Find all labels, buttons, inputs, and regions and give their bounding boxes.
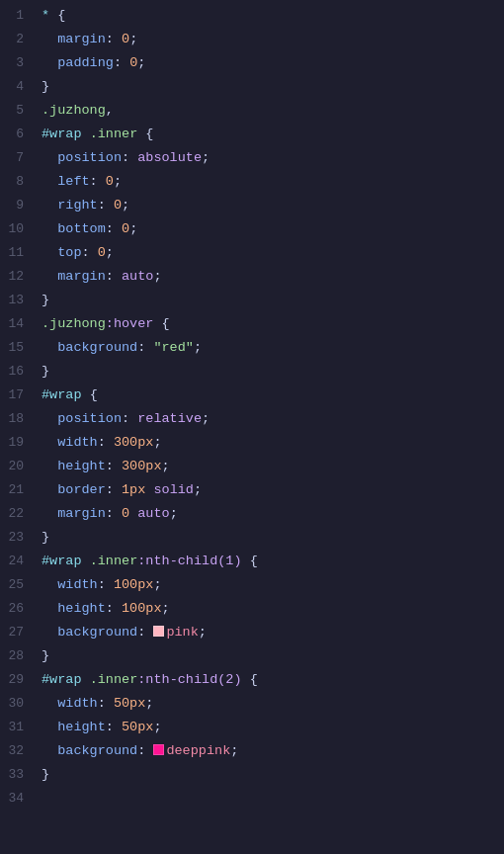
line-content: .juzhong, bbox=[38, 99, 504, 123]
line-number: 3 bbox=[0, 51, 38, 75]
code-line: 1* { bbox=[0, 4, 504, 28]
line-content: * { bbox=[38, 4, 504, 28]
code-line: 13} bbox=[0, 289, 504, 312]
line-number: 26 bbox=[0, 597, 38, 621]
code-line: 19 width: 300px; bbox=[0, 431, 504, 455]
code-line: 18 position: relative; bbox=[0, 407, 504, 431]
code-line: 7 position: absolute; bbox=[0, 146, 504, 170]
code-line: 8 left: 0; bbox=[0, 170, 504, 194]
line-number: 7 bbox=[0, 146, 38, 170]
line-number: 34 bbox=[0, 787, 38, 811]
code-line: 6#wrap .inner { bbox=[0, 123, 504, 146]
line-content: } bbox=[38, 289, 504, 312]
line-number: 11 bbox=[0, 241, 38, 265]
line-content: margin: 0 auto; bbox=[38, 502, 504, 526]
code-line: 4} bbox=[0, 75, 504, 99]
line-number: 27 bbox=[0, 621, 38, 644]
line-number: 16 bbox=[0, 360, 38, 384]
line-number: 1 bbox=[0, 4, 38, 28]
line-number: 22 bbox=[0, 502, 38, 526]
line-content: left: 0; bbox=[38, 170, 504, 194]
line-content: top: 0; bbox=[38, 241, 504, 265]
line-number: 21 bbox=[0, 478, 38, 502]
line-number: 14 bbox=[0, 312, 38, 336]
code-line: 28} bbox=[0, 644, 504, 668]
line-number: 18 bbox=[0, 407, 38, 431]
code-line: 10 bottom: 0; bbox=[0, 217, 504, 241]
line-content: width: 300px; bbox=[38, 431, 504, 455]
line-content: height: 300px; bbox=[38, 455, 504, 478]
line-content: position: absolute; bbox=[38, 146, 504, 170]
code-line: 14.juzhong:hover { bbox=[0, 312, 504, 336]
code-line: 2 margin: 0; bbox=[0, 28, 504, 51]
code-line: 25 width: 100px; bbox=[0, 573, 504, 597]
line-content: background: deeppink; bbox=[38, 739, 504, 763]
line-number: 23 bbox=[0, 526, 38, 550]
code-line: 16} bbox=[0, 360, 504, 384]
code-line: 31 height: 50px; bbox=[0, 716, 504, 739]
code-line: 12 margin: auto; bbox=[0, 265, 504, 289]
line-content: right: 0; bbox=[38, 194, 504, 217]
code-editor: 1* {2 margin: 0;3 padding: 0;4}5.juzhong… bbox=[0, 0, 504, 811]
color-swatch bbox=[153, 744, 164, 755]
line-number: 33 bbox=[0, 763, 38, 787]
code-line: 30 width: 50px; bbox=[0, 692, 504, 716]
line-content: border: 1px solid; bbox=[38, 478, 504, 502]
line-number: 4 bbox=[0, 75, 38, 99]
line-content: position: relative; bbox=[38, 407, 504, 431]
line-number: 12 bbox=[0, 265, 38, 289]
line-number: 32 bbox=[0, 739, 38, 763]
line-number: 6 bbox=[0, 123, 38, 146]
code-line: 3 padding: 0; bbox=[0, 51, 504, 75]
line-content: } bbox=[38, 644, 504, 668]
line-content: .juzhong:hover { bbox=[38, 312, 504, 336]
line-content: } bbox=[38, 75, 504, 99]
line-content: } bbox=[38, 360, 504, 384]
code-line: 34 bbox=[0, 787, 504, 811]
line-number: 5 bbox=[0, 99, 38, 123]
code-line: 9 right: 0; bbox=[0, 194, 504, 217]
line-number: 19 bbox=[0, 431, 38, 455]
line-content: bottom: 0; bbox=[38, 217, 504, 241]
line-number: 31 bbox=[0, 716, 38, 739]
code-line: 33} bbox=[0, 763, 504, 787]
line-number: 20 bbox=[0, 455, 38, 478]
code-line: 17#wrap { bbox=[0, 384, 504, 407]
line-content: #wrap .inner:nth-child(2) { bbox=[38, 668, 504, 692]
line-number: 28 bbox=[0, 644, 38, 668]
line-content: background: pink; bbox=[38, 621, 504, 644]
code-line: 32 background: deeppink; bbox=[0, 739, 504, 763]
line-number: 29 bbox=[0, 668, 38, 692]
color-swatch bbox=[153, 626, 164, 637]
line-content: #wrap .inner:nth-child(1) { bbox=[38, 550, 504, 573]
line-number: 17 bbox=[0, 384, 38, 407]
code-line: 22 margin: 0 auto; bbox=[0, 502, 504, 526]
line-content: padding: 0; bbox=[38, 51, 504, 75]
code-line: 5.juzhong, bbox=[0, 99, 504, 123]
code-line: 21 border: 1px solid; bbox=[0, 478, 504, 502]
line-number: 15 bbox=[0, 336, 38, 360]
line-content: } bbox=[38, 763, 504, 787]
line-content: margin: auto; bbox=[38, 265, 504, 289]
line-number: 9 bbox=[0, 194, 38, 217]
line-number: 30 bbox=[0, 692, 38, 716]
line-content: margin: 0; bbox=[38, 28, 504, 51]
line-content: width: 50px; bbox=[38, 692, 504, 716]
code-line: 11 top: 0; bbox=[0, 241, 504, 265]
code-line: 29#wrap .inner:nth-child(2) { bbox=[0, 668, 504, 692]
code-line: 15 background: "red"; bbox=[0, 336, 504, 360]
code-line: 23} bbox=[0, 526, 504, 550]
code-line: 20 height: 300px; bbox=[0, 455, 504, 478]
line-number: 2 bbox=[0, 28, 38, 51]
line-content: background: "red"; bbox=[38, 336, 504, 360]
line-content: height: 100px; bbox=[38, 597, 504, 621]
code-line: 26 height: 100px; bbox=[0, 597, 504, 621]
code-line: 24#wrap .inner:nth-child(1) { bbox=[0, 550, 504, 573]
line-number: 24 bbox=[0, 550, 38, 573]
line-content: width: 100px; bbox=[38, 573, 504, 597]
line-content: #wrap .inner { bbox=[38, 123, 504, 146]
line-number: 25 bbox=[0, 573, 38, 597]
line-content: } bbox=[38, 526, 504, 550]
line-content: #wrap { bbox=[38, 384, 504, 407]
code-line: 27 background: pink; bbox=[0, 621, 504, 644]
